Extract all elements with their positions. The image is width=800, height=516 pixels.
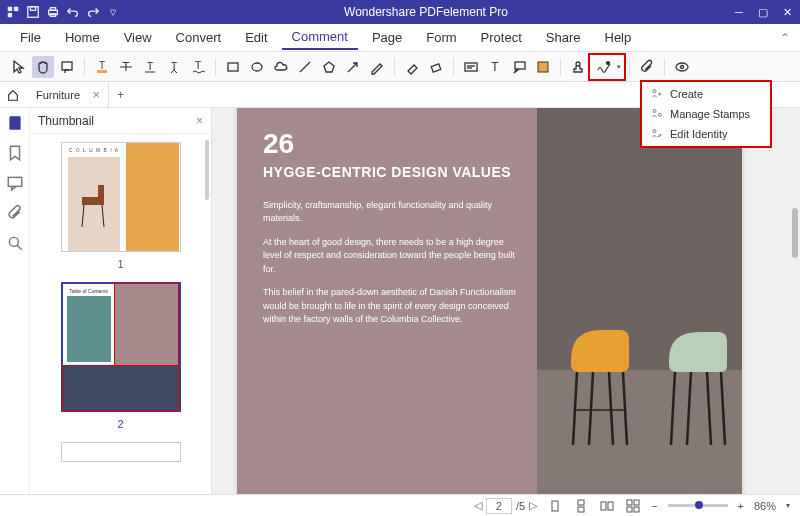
- zoom-slider[interactable]: [668, 504, 728, 507]
- menu-convert[interactable]: Convert: [166, 26, 232, 49]
- thumb-label-1: 1: [54, 258, 187, 270]
- bookmark-rail-icon[interactable]: [6, 144, 24, 162]
- svg-point-28: [576, 62, 580, 66]
- comment-rail-icon[interactable]: [6, 174, 24, 192]
- menu-comment[interactable]: Comment: [282, 25, 358, 50]
- svg-rect-1: [14, 7, 18, 11]
- thumbnail-panel: Thumbnail × C O L U M B I A 1 Table of C…: [30, 108, 212, 494]
- panel-close-icon[interactable]: ×: [196, 114, 203, 128]
- show-comments-icon[interactable]: [671, 56, 693, 78]
- zoom-out-button[interactable]: −: [651, 500, 657, 512]
- side-rail: [0, 108, 30, 494]
- view-grid-icon[interactable]: [625, 498, 641, 514]
- menu-edit-identity[interactable]: Edit Identity: [642, 124, 770, 144]
- squiggly-icon[interactable]: T: [187, 56, 209, 78]
- strikethrough-icon[interactable]: T: [115, 56, 137, 78]
- status-bar: ◁ 2 /5 ▷ − + 86% ▾: [0, 494, 800, 516]
- svg-point-53: [658, 113, 661, 116]
- select-tool-icon[interactable]: [8, 56, 30, 78]
- svg-text:T: T: [491, 60, 499, 74]
- pencil-icon[interactable]: [366, 56, 388, 78]
- caret-icon[interactable]: T: [163, 56, 185, 78]
- page-input[interactable]: 2: [486, 498, 512, 514]
- next-page-icon[interactable]: ▷: [529, 499, 537, 512]
- panel-scrollbar[interactable]: [205, 140, 209, 200]
- hand-tool-icon[interactable]: [32, 56, 54, 78]
- svg-rect-37: [98, 185, 104, 199]
- new-tab-button[interactable]: +: [109, 88, 132, 102]
- signature-icon[interactable]: [593, 56, 615, 78]
- eraser-icon[interactable]: [401, 56, 423, 78]
- stamp-icon[interactable]: [567, 56, 589, 78]
- oval-icon[interactable]: [246, 56, 268, 78]
- textbox-icon[interactable]: [460, 56, 482, 78]
- menu-edit[interactable]: Edit: [235, 26, 277, 49]
- svg-rect-26: [515, 62, 525, 69]
- menu-share[interactable]: Share: [536, 26, 591, 49]
- menu-page[interactable]: Page: [362, 26, 412, 49]
- thumbnail-page-1[interactable]: C O L U M B I A: [61, 142, 181, 252]
- callout-icon[interactable]: [508, 56, 530, 78]
- qat-dropdown-icon[interactable]: ▽: [106, 5, 120, 19]
- menu-manage-stamps[interactable]: Manage Stamps: [642, 104, 770, 124]
- svg-line-43: [609, 372, 613, 445]
- menu-home[interactable]: Home: [55, 26, 110, 49]
- thumbnail-rail-icon[interactable]: [6, 114, 24, 132]
- document-tab[interactable]: Furniture ×: [26, 82, 109, 107]
- svg-line-42: [589, 372, 593, 445]
- zoom-in-button[interactable]: +: [738, 500, 744, 512]
- tab-close-icon[interactable]: ×: [92, 87, 100, 102]
- prev-page-icon[interactable]: ◁: [474, 499, 482, 512]
- view-continuous-icon[interactable]: [573, 498, 589, 514]
- underline-icon[interactable]: T: [139, 56, 161, 78]
- save-icon[interactable]: [26, 5, 40, 19]
- svg-rect-21: [431, 63, 441, 71]
- maximize-icon[interactable]: ▢: [756, 5, 770, 19]
- rectangle-icon[interactable]: [222, 56, 244, 78]
- note-tool-icon[interactable]: [56, 56, 78, 78]
- search-rail-icon[interactable]: [6, 234, 24, 252]
- attachment-rail-icon[interactable]: [6, 204, 24, 222]
- close-icon[interactable]: ✕: [780, 5, 794, 19]
- minimize-icon[interactable]: ─: [732, 5, 746, 19]
- canvas-scrollbar[interactable]: [792, 208, 798, 258]
- signature-dropdown-icon[interactable]: ▾: [617, 63, 621, 71]
- svg-point-31: [681, 65, 684, 68]
- polygon-icon[interactable]: [318, 56, 340, 78]
- thumbnail-page-2[interactable]: Table of Contents: [61, 282, 181, 412]
- line-icon[interactable]: [294, 56, 316, 78]
- attachment-icon[interactable]: [636, 56, 658, 78]
- document-canvas[interactable]: 26 HYGGE-CENTRIC DESIGN VALUES Simplicit…: [212, 108, 800, 494]
- print-icon[interactable]: [46, 5, 60, 19]
- home-tab-icon[interactable]: [0, 88, 26, 102]
- thumb-toc: Table of Contents: [67, 288, 111, 294]
- typewriter-icon[interactable]: T: [484, 56, 506, 78]
- highlight-icon[interactable]: T: [91, 56, 113, 78]
- arrow-icon[interactable]: [342, 56, 364, 78]
- zoom-dropdown-icon[interactable]: ▾: [786, 501, 790, 510]
- area-highlight-icon[interactable]: [532, 56, 554, 78]
- svg-rect-33: [8, 177, 22, 186]
- svg-rect-59: [608, 502, 613, 510]
- tab-label: Furniture: [36, 89, 80, 101]
- menu-form[interactable]: Form: [416, 26, 466, 49]
- view-single-icon[interactable]: [547, 498, 563, 514]
- eraser-rect-icon[interactable]: [425, 56, 447, 78]
- svg-line-45: [671, 372, 675, 445]
- svg-point-29: [607, 61, 610, 64]
- svg-rect-0: [8, 7, 12, 11]
- menu-help[interactable]: Help: [595, 26, 642, 49]
- svg-text:T: T: [99, 60, 105, 71]
- menu-view[interactable]: View: [114, 26, 162, 49]
- menu-create-signature[interactable]: Create: [642, 84, 770, 104]
- view-two-page-icon[interactable]: [599, 498, 615, 514]
- undo-icon[interactable]: [66, 5, 80, 19]
- svg-rect-56: [578, 500, 584, 505]
- thumbnail-page-3[interactable]: [61, 442, 181, 462]
- ribbon-collapse-icon[interactable]: ⌃: [780, 31, 790, 45]
- redo-icon[interactable]: [86, 5, 100, 19]
- cloud-icon[interactable]: [270, 56, 292, 78]
- menu-file[interactable]: File: [10, 26, 51, 49]
- svg-rect-2: [8, 13, 12, 17]
- menu-protect[interactable]: Protect: [471, 26, 532, 49]
